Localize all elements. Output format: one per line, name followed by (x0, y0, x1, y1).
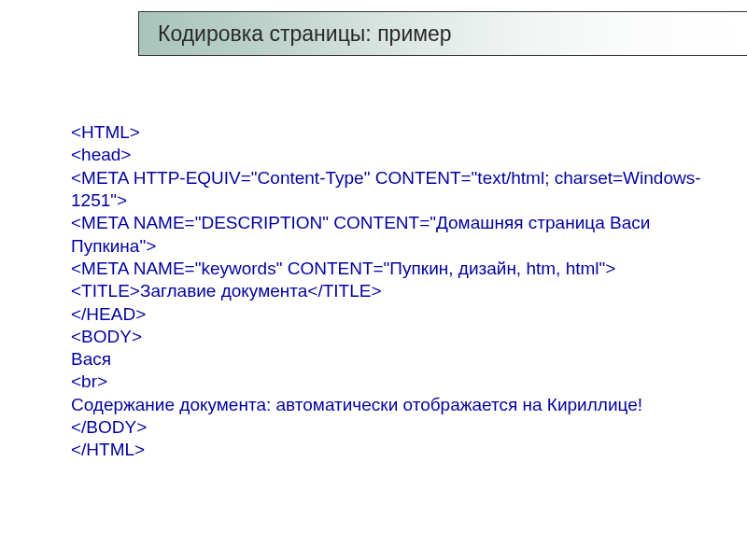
code-line: </HEAD> (71, 303, 710, 326)
code-line: <br> (71, 371, 710, 393)
code-line: <HTML> (71, 121, 710, 144)
code-line: <BODY> (71, 326, 710, 348)
code-line: <META NAME="DESCRIPTION" CONTENT="Домашн… (71, 212, 710, 258)
slide-header: Кодировка страницы: пример (138, 11, 747, 56)
code-line: <META NAME="keywords" CONTENT="Пупкин, д… (71, 258, 710, 280)
slide-title: Кодировка страницы: пример (158, 21, 452, 47)
code-line: Вася (71, 348, 710, 371)
code-line: <head> (71, 144, 710, 166)
code-example: <HTML> <head> <META HTTP-EQUIV="Content-… (71, 121, 710, 462)
code-line: Содержание документа: автоматически отоб… (71, 394, 710, 416)
code-line: <TITLE>Заглавие документа</TITLE> (71, 280, 710, 302)
code-line: <META HTTP-EQUIV="Content-Type" CONTENT=… (71, 167, 710, 213)
code-line: </HTML> (71, 439, 710, 461)
code-line: </BODY> (71, 416, 710, 439)
